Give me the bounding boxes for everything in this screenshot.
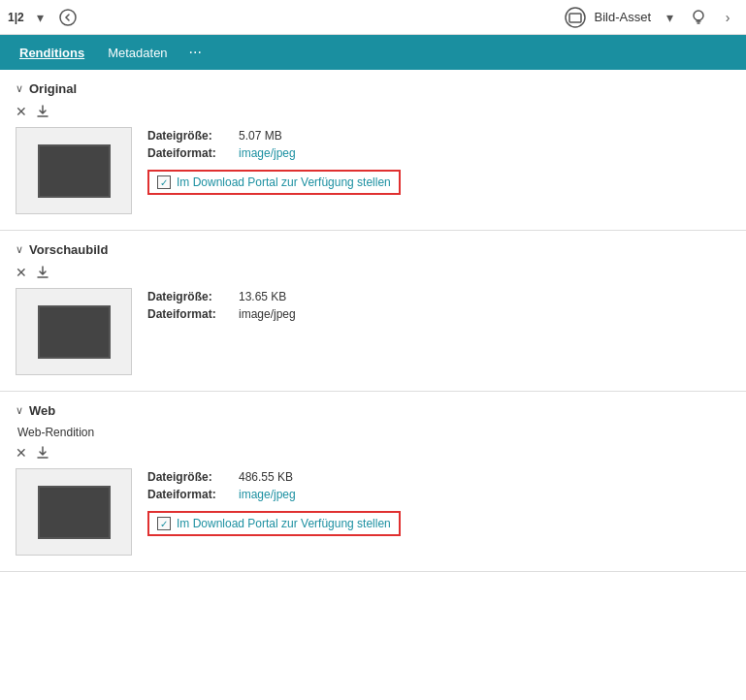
original-checkbox-icon[interactable]: ✓ — [157, 175, 171, 189]
svg-point-0 — [60, 10, 76, 25]
vorschaubild-filesize-label: Dateigröße: — [147, 290, 235, 303]
web-checkbox-row[interactable]: ✓ Im Download Portal zur Verfügung stell… — [147, 511, 401, 536]
original-close-icon[interactable]: ✕ — [16, 104, 27, 119]
web-info-table: Dateigröße: 486.55 KB Dateiformat: image… — [147, 468, 401, 536]
top-bar-left: 1|2 ▾ — [8, 7, 79, 28]
web-filesize-label: Dateigröße: — [147, 470, 235, 484]
chevron-web-icon[interactable]: ∨ — [16, 404, 23, 417]
original-thumbnail — [16, 127, 132, 214]
top-bar-right: Bild-Asset ▾ › — [565, 7, 738, 28]
tab-more[interactable]: ··· — [181, 40, 210, 65]
svg-point-1 — [566, 8, 585, 27]
vorschaubild-fileformat-value: image/jpeg — [239, 307, 296, 321]
vorschaubild-info-table: Dateigröße: 13.65 KB Dateiformat: image/… — [147, 288, 296, 321]
asset-type-icon — [565, 7, 586, 28]
svg-rect-2 — [569, 14, 581, 22]
section-vorschaubild: ∨ Vorschaubild ✕ Dateigröße: 13.65 KB — [0, 231, 746, 392]
vorschaubild-thumbnail — [16, 288, 132, 375]
section-original: ∨ Original ✕ Dateigröße: 5.07 MB Datei — [0, 70, 746, 231]
web-checkbox-icon[interactable]: ✓ — [157, 517, 171, 530]
web-close-icon[interactable]: ✕ — [16, 445, 27, 461]
original-filesize-row: Dateigröße: 5.07 MB — [147, 129, 401, 143]
web-rendition-row: Dateigröße: 486.55 KB Dateiformat: image… — [16, 468, 730, 556]
web-filesize-row: Dateigröße: 486.55 KB — [147, 470, 401, 484]
bulb-icon[interactable] — [688, 7, 709, 28]
original-fileformat-label: Dateiformat: — [147, 146, 235, 160]
top-bar: 1|2 ▾ Bild-Asset ▾ › — [0, 0, 746, 35]
vorschaubild-fileformat-row: Dateiformat: image/jpeg — [147, 307, 296, 321]
tab-metadaten[interactable]: Metadaten — [98, 40, 177, 66]
section-web-header: ∨ Web — [16, 403, 730, 418]
section-original-header: ∨ Original — [16, 81, 730, 96]
chevron-vorschaubild-icon[interactable]: ∨ — [16, 243, 23, 256]
original-thumb-inner — [38, 144, 111, 198]
web-download-icon[interactable] — [35, 445, 50, 461]
original-fileformat-value: image/jpeg — [239, 146, 296, 160]
section-original-title: Original — [29, 81, 77, 96]
section-web-title: Web — [29, 403, 55, 418]
main-content: ∨ Original ✕ Dateigröße: 5.07 MB Datei — [0, 70, 746, 700]
vorschaubild-close-icon[interactable]: ✕ — [16, 265, 27, 280]
web-fileformat-value: image/jpeg — [239, 488, 296, 501]
web-thumbnail — [16, 468, 132, 556]
original-filesize-value: 5.07 MB — [239, 129, 282, 143]
vorschaubild-action-icons: ✕ — [16, 265, 730, 280]
back-icon[interactable] — [57, 7, 79, 28]
original-download-icon[interactable] — [35, 104, 50, 119]
vorschaubild-fileformat-label: Dateiformat: — [147, 307, 235, 321]
original-rendition-row: Dateigröße: 5.07 MB Dateiformat: image/j… — [16, 127, 730, 214]
original-info-table: Dateigröße: 5.07 MB Dateiformat: image/j… — [147, 127, 401, 195]
section-web: ∨ Web Web-Rendition ✕ Dateigröße: 486.55… — [0, 392, 746, 572]
chevron-original-icon[interactable]: ∨ — [16, 82, 23, 95]
original-checkbox-label[interactable]: Im Download Portal zur Verfügung stellen — [177, 175, 391, 189]
asset-chevron-icon[interactable]: ▾ — [659, 7, 680, 28]
original-fileformat-row: Dateiformat: image/jpeg — [147, 146, 401, 160]
vorschaubild-filesize-row: Dateigröße: 13.65 KB — [147, 290, 296, 303]
right-arrow-icon[interactable]: › — [717, 7, 738, 28]
web-fileformat-label: Dateiformat: — [147, 488, 235, 501]
web-checkbox-label[interactable]: Im Download Portal zur Verfügung stellen — [177, 517, 391, 530]
asset-label-text: Bild-Asset — [594, 10, 651, 24]
web-filesize-value: 486.55 KB — [239, 470, 293, 484]
vorschaubild-rendition-row: Dateigröße: 13.65 KB Dateiformat: image/… — [16, 288, 730, 375]
web-action-icons: ✕ — [16, 445, 730, 461]
web-thumb-inner — [38, 486, 111, 539]
original-filesize-label: Dateigröße: — [147, 129, 235, 143]
original-checkbox-row[interactable]: ✓ Im Download Portal zur Verfügung stell… — [147, 170, 401, 195]
nav-number: 1|2 — [8, 11, 24, 24]
svg-point-3 — [694, 11, 703, 20]
vorschaubild-download-icon[interactable] — [35, 265, 50, 280]
dropdown-icon[interactable]: ▾ — [30, 7, 51, 28]
section-vorschaubild-title: Vorschaubild — [29, 242, 108, 257]
vorschaubild-filesize-value: 13.65 KB — [239, 290, 286, 303]
tab-bar: Renditions Metadaten ··· — [0, 35, 746, 70]
section-vorschaubild-header: ∨ Vorschaubild — [16, 242, 730, 257]
vorschaubild-thumb-inner — [38, 305, 111, 359]
web-sub-title: Web-Rendition — [16, 426, 730, 439]
original-action-icons: ✕ — [16, 104, 730, 119]
web-fileformat-row: Dateiformat: image/jpeg — [147, 488, 401, 501]
tab-renditions[interactable]: Renditions — [10, 40, 94, 66]
